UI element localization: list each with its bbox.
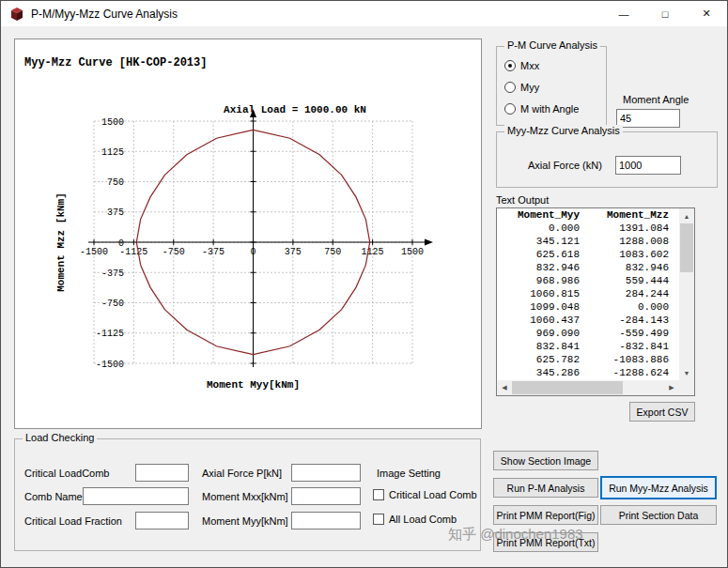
output-row[interactable]: 832.841-832.841 (497, 340, 675, 353)
svg-text:-375: -375 (202, 247, 225, 257)
col-header-myy: Moment_Myy (497, 208, 586, 222)
radio-m-with-angle[interactable]: M with Angle (504, 103, 579, 115)
output-row[interactable]: 1099.0480.000 (497, 300, 675, 314)
myy-mzz-plot: -1500-1500-1125-1125-750-750-375-3750037… (15, 39, 481, 428)
print-section-data-button[interactable]: Print Section Data (600, 505, 717, 525)
svg-text:-1500: -1500 (80, 247, 108, 257)
checkbox-all-load-comb[interactable]: All Load Comb (373, 514, 457, 525)
radio-myy[interactable]: Myy (504, 82, 539, 93)
svg-text:750: 750 (324, 247, 341, 257)
text-output-list[interactable]: Moment_Myy Moment_Mzz 0.0001391.084345.1… (496, 207, 695, 396)
scroll-left-icon[interactable]: ◀ (497, 380, 512, 395)
svg-text:-1125: -1125 (96, 329, 124, 339)
scroll-down-icon[interactable]: ▼ (679, 365, 694, 380)
output-cell: 0.000 (497, 222, 586, 235)
radio-mxx[interactable]: Mxx (504, 60, 539, 71)
radio-icon (504, 82, 516, 93)
chart-panel: -1500-1500-1125-1125-750-750-375-3750037… (14, 38, 482, 429)
output-cell: 1288.008 (586, 235, 675, 248)
col-header-mzz: Moment_Mzz (586, 208, 675, 222)
moment-myy-label: Moment Myy[kNm] (202, 515, 288, 527)
svg-text:Moment Myy[kNm]: Moment Myy[kNm] (207, 379, 300, 391)
critical-loadcomb-label: Critical LoadComb (24, 468, 109, 479)
vertical-scroll-thumb[interactable] (680, 223, 693, 272)
svg-text:1125: 1125 (362, 247, 384, 257)
run-pm-analysis-button[interactable]: Run P-M Analysis (493, 478, 598, 498)
output-cell: -284.143 (586, 314, 675, 327)
axial-force-p-label: Axial Force P[kN] (202, 468, 282, 479)
output-cell: 832.841 (497, 340, 586, 353)
scroll-up-icon[interactable]: ▲ (679, 208, 694, 223)
title-bar[interactable]: P-M/Myy-Mzz Curve Analysis — □ ✕ (1, 1, 727, 26)
load-checking-group: Load Checking Critical LoadComb Axial Fo… (14, 438, 481, 551)
export-csv-button[interactable]: Export CSV (629, 402, 695, 422)
svg-text:0: 0 (118, 238, 124, 249)
radio-icon (504, 60, 516, 71)
critical-loadcomb-input[interactable] (135, 464, 189, 482)
critical-load-fraction-input[interactable] (135, 512, 189, 530)
axial-force-p-input[interactable] (291, 464, 361, 482)
moment-angle-input[interactable] (616, 109, 680, 128)
output-row[interactable]: 1060.437-284.143 (497, 314, 675, 327)
svg-text:-750: -750 (163, 247, 185, 257)
horizontal-scrollbar[interactable]: ◀ ▶ (497, 380, 679, 395)
output-row[interactable]: 0.0001391.084 (497, 222, 675, 235)
output-cell: 832.946 (497, 261, 586, 274)
moment-myy-input[interactable] (291, 512, 361, 530)
output-row[interactable]: 832.946832.946 (497, 261, 675, 274)
close-icon[interactable]: ✕ (686, 1, 727, 26)
watermark-text: 知乎 @dinochen1983 (448, 526, 583, 544)
checkbox-icon (373, 489, 384, 500)
output-cell: 1099.048 (497, 300, 586, 314)
output-row[interactable]: 968.986559.444 (497, 274, 675, 287)
svg-text:1500: 1500 (101, 117, 124, 128)
myy-mzz-curve-analysis-group: Myy-Mzz Curve Analysis Axial Force (kN) (496, 131, 718, 188)
group-label: P-M Curve Analysis (504, 39, 600, 51)
output-cell: -832.841 (586, 340, 675, 353)
window-title: P-M/Myy-Mzz Curve Analysis (31, 8, 603, 21)
svg-text:375: 375 (107, 207, 124, 218)
output-row[interactable]: 345.1211288.008 (497, 235, 675, 248)
scrollbar-corner (679, 380, 694, 395)
comb-name-input[interactable] (83, 487, 189, 505)
horizontal-scroll-thumb[interactable] (512, 381, 623, 394)
maximize-icon[interactable]: □ (644, 1, 686, 26)
vertical-scrollbar[interactable]: ▲ ▼ (679, 208, 694, 380)
pm-curve-analysis-group: P-M Curve Analysis Mxx Myy M with Angle (496, 46, 607, 126)
output-row[interactable]: 625.782-1083.886 (497, 353, 675, 366)
output-row[interactable]: 1060.815284.244 (497, 287, 675, 300)
svg-text:-1125: -1125 (119, 247, 147, 257)
svg-text:0: 0 (250, 247, 256, 257)
output-row[interactable]: 345.286-1288.624 (497, 366, 675, 379)
run-myy-mzz-analysis-button[interactable]: Run Myy-Mzz Analysis (600, 476, 717, 499)
show-section-image-button[interactable]: Show Section Image (493, 451, 598, 470)
radio-label: Mxx (520, 60, 539, 71)
radio-label: Myy (520, 82, 539, 93)
output-cell: 968.986 (497, 274, 586, 287)
output-cell: 345.286 (497, 366, 586, 379)
axial-force-input[interactable] (615, 156, 681, 175)
output-row[interactable]: 969.090-559.499 (497, 327, 675, 340)
output-cell: 559.444 (586, 274, 675, 287)
moment-angle-label: Moment Angle (623, 94, 689, 105)
output-cell: 345.121 (497, 235, 586, 248)
app-window: P-M/Myy-Mzz Curve Analysis — □ ✕ -1500-1… (0, 0, 728, 568)
output-cell: 1391.084 (586, 222, 675, 235)
scroll-right-icon[interactable]: ▶ (664, 380, 679, 395)
svg-text:Moment Mzz [kNm]: Moment Mzz [kNm] (55, 192, 67, 292)
minimize-icon[interactable]: — (603, 1, 644, 26)
output-cell: 1083.602 (586, 248, 675, 261)
output-row[interactable]: 625.6181083.602 (497, 248, 675, 261)
svg-text:1125: 1125 (101, 147, 124, 158)
output-cell: 1060.815 (497, 287, 586, 300)
print-pmm-report-fig-button[interactable]: Print PMM Report(Fig) (493, 505, 598, 525)
svg-text:1500: 1500 (401, 247, 424, 257)
svg-text:Axial Load = 1000.00 kN: Axial Load = 1000.00 kN (224, 104, 366, 115)
output-cell: 284.244 (586, 287, 675, 300)
group-label: Myy-Mzz Curve Analysis (504, 125, 623, 136)
output-cell: -1288.624 (586, 366, 675, 379)
output-cell: -1083.886 (586, 353, 675, 366)
moment-mxx-input[interactable] (291, 487, 361, 505)
checkbox-critical-load-comb[interactable]: Critical Load Comb (373, 489, 477, 500)
comb-name-label: Comb Name (24, 491, 83, 502)
